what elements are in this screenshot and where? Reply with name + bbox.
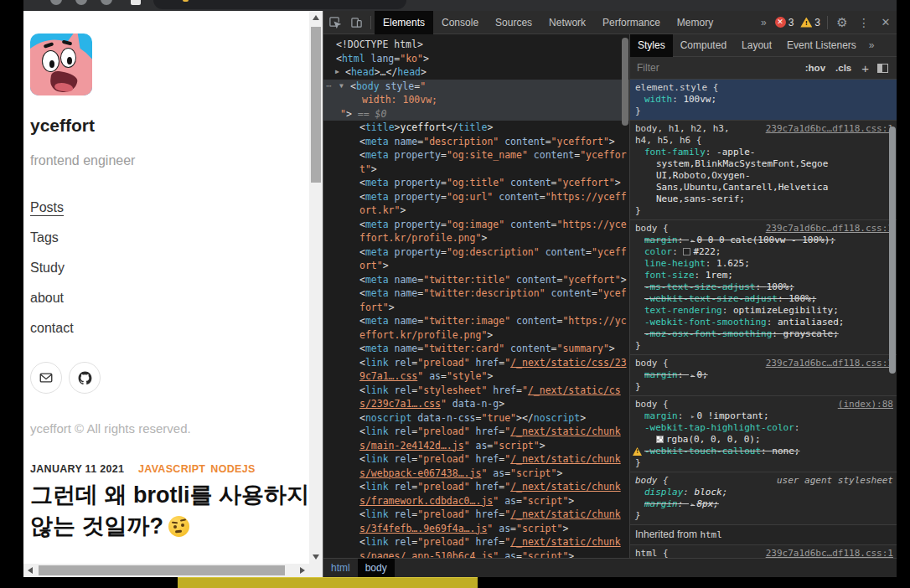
stylesheet-link[interactable]: (index):88 xyxy=(838,399,893,410)
warning-badge[interactable]: ! 3 xyxy=(800,17,820,28)
css-property[interactable]: -webkit-font-smoothing: antialiased; xyxy=(630,317,893,328)
class-toggle[interactable]: .cls xyxy=(835,63,851,73)
styles-more-tabs-icon[interactable]: » xyxy=(864,39,880,51)
css-rule[interactable]: 239c7a1d6bc…df118.css:1body {margin: ▸0;… xyxy=(630,355,897,396)
pseudo-state-toggle[interactable]: :hov xyxy=(805,63,825,73)
new-style-rule-icon[interactable]: + xyxy=(861,61,869,75)
elements-tree-node[interactable]: <meta name="twitter:image" content="http… xyxy=(323,314,621,328)
address-bar[interactable] xyxy=(153,0,406,9)
scrollbar-thumb[interactable] xyxy=(311,27,321,183)
post-tag[interactable]: JAVASCRIPT xyxy=(138,463,205,475)
elements-tree-node[interactable]: 9c7a1….css" as="style"> xyxy=(323,369,621,384)
elements-tree-node[interactable]: ort.kr"> xyxy=(323,204,621,218)
css-property[interactable]: -webkit-tap-highlight-color: xyxy=(630,422,893,434)
post-title[interactable]: 그런데 왜 brotli를 사용하지 않는 것일까? xyxy=(30,480,309,542)
scroll-down-arrow[interactable] xyxy=(313,554,319,560)
css-property[interactable]: -moz-osx-font-smoothing: grayscale; xyxy=(630,328,893,340)
css-selector[interactable]: 239c7a1d6bc…df118.css:1body { xyxy=(630,358,893,369)
breadcrumb-item-body[interactable]: body xyxy=(358,559,395,578)
elements-tree-node[interactable]: <title>yceffort</title> xyxy=(323,121,621,135)
color-swatch[interactable] xyxy=(683,248,690,255)
elements-tree-node[interactable]: ffort.kr/profile.png"> xyxy=(323,231,621,245)
nav-item-tags[interactable]: Tags xyxy=(30,230,74,244)
nav-item-posts[interactable]: Posts xyxy=(30,200,74,214)
scroll-left-arrow[interactable] xyxy=(28,567,33,574)
css-selector[interactable]: 239c7a1d6bc…df118.css:1body, h1, h2, h3, xyxy=(630,123,893,135)
post-tags[interactable]: JAVASCRIPTNODEJS xyxy=(138,463,261,475)
tab-memory[interactable]: Memory xyxy=(669,11,721,34)
css-selector[interactable]: 239c7a1d6bc…df118.css:1html { xyxy=(630,548,893,558)
page-horizontal-scrollbar[interactable] xyxy=(23,564,309,577)
css-rule[interactable]: user agent stylesheetbody {display: bloc… xyxy=(630,472,897,525)
elements-tree-node[interactable]: <noscript data-n-css="true"></noscript> xyxy=(323,411,621,426)
page-vertical-scrollbar[interactable] xyxy=(309,11,323,564)
tab-performance[interactable]: Performance xyxy=(594,11,669,34)
styles-tab-computed[interactable]: Computed xyxy=(673,34,734,57)
scroll-right-arrow[interactable] xyxy=(300,567,305,574)
error-badge[interactable]: ✕ 3 xyxy=(775,17,794,28)
elements-tree-node[interactable]: <link rel="preload" href="/_next/static/… xyxy=(323,480,621,494)
css-rule[interactable]: (index):88body {margin: ▸0 !important;-w… xyxy=(630,396,897,472)
elements-scrollbar-thumb[interactable] xyxy=(622,38,628,126)
css-property-continuation[interactable]: rgba(0, 0, 0, 0); xyxy=(630,434,893,446)
avatar[interactable] xyxy=(30,34,92,95)
elements-tree-node[interactable]: width: 100vw; xyxy=(323,93,629,107)
css-property[interactable]: color: #222; xyxy=(630,246,893,258)
back-icon[interactable] xyxy=(50,0,62,5)
elements-tree-node[interactable]: ▶<head>…</head> xyxy=(323,65,621,80)
elements-tree-node[interactable]: <meta property="og:description" content=… xyxy=(323,245,621,260)
elements-tree-node[interactable]: s/webpack-e067438….js" as="script"> xyxy=(323,467,621,481)
stylesheet-link[interactable]: 239c7a1d6bc…df118.css:1 xyxy=(766,123,893,135)
stylesheet-link[interactable]: user agent stylesheet xyxy=(777,475,893,487)
elements-tree-node[interactable]: <html lang="ko"> xyxy=(323,52,621,66)
tab-elements[interactable]: Elements xyxy=(375,11,433,34)
css-property[interactable]: -ms-text-size-adjust: 100%; xyxy=(630,281,893,293)
styles-tab-event-listeners[interactable]: Event Listeners xyxy=(779,34,864,57)
css-selector[interactable]: element.style { xyxy=(630,82,893,94)
extension-icon[interactable] xyxy=(131,0,141,5)
css-property-continuation[interactable]: Sans,Ubuntu,Cantarell,Helvetica xyxy=(630,182,893,193)
elements-tree-node[interactable]: <link rel="preload" href="/_next/static/… xyxy=(323,508,621,522)
device-toolbar-icon[interactable] xyxy=(345,11,367,34)
styles-scrollbar-thumb[interactable] xyxy=(889,126,896,374)
css-property[interactable]: display: block; xyxy=(630,487,893,498)
elements-tree-node[interactable]: <link rel="preload" href="/_next/static/… xyxy=(323,425,621,439)
stylesheet-link[interactable]: 239c7a1d6bc…df118.css:1 xyxy=(766,548,893,558)
nav-item-about[interactable]: about xyxy=(30,291,74,304)
elements-tree-node[interactable]: <link rel="stylesheet" href="/_next/stat… xyxy=(323,384,621,398)
css-property-continuation[interactable]: UI,Roboto,Oxygen- xyxy=(630,170,893,182)
css-rule[interactable]: 239c7a1d6bc…df118.css:1body {margin: ▸0 … xyxy=(630,220,897,355)
css-property[interactable]: width: 100vw; xyxy=(630,94,893,106)
refresh-icon[interactable] xyxy=(101,0,112,5)
css-property[interactable]: font-family: -apple- xyxy=(630,147,893,158)
styles-tab-layout[interactable]: Layout xyxy=(734,34,779,57)
elements-tree-node[interactable]: fort"> xyxy=(323,301,621,315)
elements-tree-node[interactable]: <!DOCTYPE html> xyxy=(323,38,621,52)
css-selector[interactable]: user agent stylesheetbody { xyxy=(630,475,893,487)
expand-value-arrow-icon[interactable]: ▸ xyxy=(690,500,695,508)
css-property-continuation[interactable]: system,BlinkMacSystemFont,Segoe xyxy=(630,158,893,170)
nav-item-contact[interactable]: contact xyxy=(30,321,74,334)
css-property[interactable]: -webkit-text-size-adjust: 100%; xyxy=(630,293,893,305)
elements-tree-node[interactable]: <link rel="preload" href="/_next/static/… xyxy=(323,535,621,549)
elements-tree-node[interactable]: <meta property="og:title" content="yceff… xyxy=(323,176,621,190)
css-rule[interactable]: 239c7a1d6bc…df118.css:1html { xyxy=(630,545,897,558)
elements-tree-node[interactable]: <meta name="twitter:card" content="summa… xyxy=(323,342,621,356)
elements-tree-node[interactable]: <meta property="og:url" content="https:/… xyxy=(323,190,621,204)
css-property[interactable]: margin: ▸0 !important; xyxy=(630,410,893,422)
css-rule[interactable]: 239c7a1d6bc…df118.css:1body, h1, h2, h3,… xyxy=(630,121,897,220)
elements-tree-node[interactable]: s/pages/_app-510b6c4…js" as="script"> xyxy=(323,549,621,559)
expand-value-arrow-icon[interactable]: ▸ xyxy=(690,236,695,245)
elements-tree-node[interactable]: s/239c7a1….css" data-n-g> xyxy=(323,397,621,411)
elements-tree-node[interactable]: <meta property="og:site_name" content="y… xyxy=(323,148,621,162)
css-property[interactable]: font-size: 1rem; xyxy=(630,270,893,281)
stylesheet-link[interactable]: 239c7a1d6bc…df118.css:1 xyxy=(766,358,893,369)
node-menu-dots-icon[interactable]: ⋯ xyxy=(326,80,332,94)
expand-value-arrow-icon[interactable]: ▸ xyxy=(690,412,695,420)
forward-icon[interactable] xyxy=(75,0,87,5)
tab-network[interactable]: Network xyxy=(540,11,594,34)
close-devtools-icon[interactable]: ✕ xyxy=(875,11,897,34)
elements-tree-node[interactable]: <meta name="twitter:title" content="ycef… xyxy=(323,273,621,287)
nav-item-study[interactable]: Study xyxy=(30,260,74,274)
post-tag[interactable]: NODEJS xyxy=(210,463,255,475)
